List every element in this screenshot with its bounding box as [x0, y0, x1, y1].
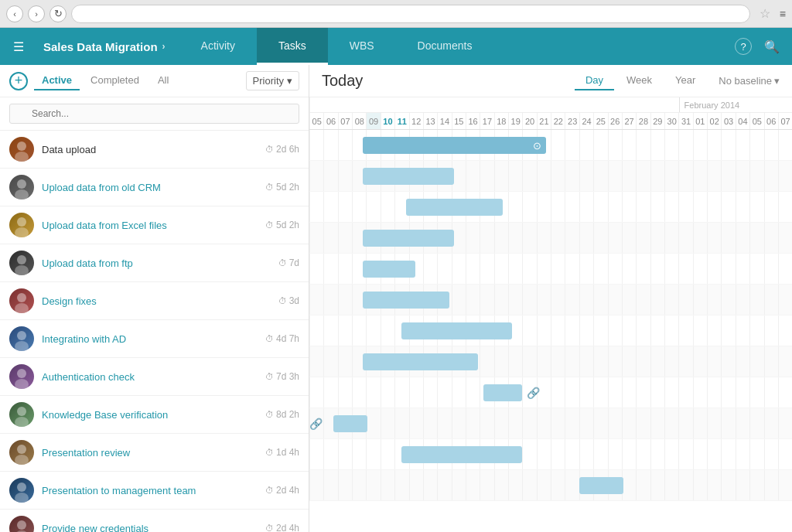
baseline-chevron-icon: ▾	[774, 75, 780, 87]
gantt-bar[interactable]: ⊙	[363, 137, 546, 154]
gantt-bar[interactable]	[483, 384, 522, 401]
project-title: Sales Data Migration ›	[37, 40, 172, 53]
date-cell: 19	[508, 113, 522, 129]
main-area: + Active Completed All Priority ▾ 🔍	[0, 65, 792, 532]
avatar	[9, 175, 34, 200]
gantt-bar[interactable]	[333, 415, 367, 432]
avatar	[9, 478, 34, 503]
task-item[interactable]: Upload data from ftp⏱ 7d	[0, 244, 309, 282]
svg-point-19	[15, 493, 29, 503]
gantt-bar[interactable]	[401, 446, 522, 463]
svg-point-8	[17, 293, 26, 302]
gantt-bar[interactable]	[363, 168, 455, 185]
month-label-feb: February 2014	[679, 97, 792, 112]
svg-point-16	[17, 445, 26, 454]
tab-wbs[interactable]: WBS	[328, 28, 396, 65]
task-item[interactable]: Provide new credentials⏱ 2d 4h	[0, 510, 309, 532]
view-tab-year[interactable]: Year	[664, 71, 706, 90]
gantt-bar[interactable]	[579, 477, 623, 494]
task-item[interactable]: Presentation to management team⏱ 2d 4h	[0, 472, 309, 510]
clock-icon: ⏱	[265, 145, 274, 154]
link-icon: 🔗	[309, 418, 323, 430]
avatar	[9, 213, 34, 237]
date-cell: 30	[664, 113, 678, 129]
gantt-bar[interactable]	[406, 199, 503, 216]
gantt-bar[interactable]	[363, 292, 449, 309]
back-button[interactable]: ‹	[6, 5, 23, 22]
baseline-button[interactable]: No baseline ▾	[719, 75, 780, 87]
project-chevron-icon: ›	[162, 41, 166, 52]
priority-button[interactable]: Priority ▾	[246, 71, 299, 90]
date-cell: 14	[437, 113, 451, 129]
gantt-bar[interactable]	[363, 230, 455, 247]
task-duration: ⏱ 3d	[278, 295, 299, 306]
task-item[interactable]: Upload data from Excel files⏱ 5d 2h	[0, 206, 309, 244]
date-cell: 07	[338, 113, 352, 129]
task-name: Upload data from Excel files	[42, 220, 258, 231]
filter-bar: + Active Completed All Priority ▾	[0, 65, 309, 97]
view-tab-day[interactable]: Day	[575, 71, 614, 90]
date-cell: 10	[381, 113, 394, 129]
top-navigation: ☰ Sales Data Migration › Activity Tasks …	[0, 28, 792, 65]
gantt-row	[309, 346, 792, 377]
svg-point-9	[15, 303, 29, 313]
clock-icon: ⏱	[265, 448, 274, 457]
task-duration: ⏱ 2d 6h	[265, 144, 299, 155]
task-name: Provide new credentials	[42, 523, 258, 533]
hamburger-button[interactable]: ☰	[0, 28, 37, 65]
task-duration: ⏱ 7d 3h	[265, 371, 299, 382]
gantt-bar[interactable]	[363, 261, 416, 278]
bookmark-icon[interactable]: ☆	[760, 6, 770, 21]
task-item[interactable]: Data upload⏱ 2d 6h	[0, 131, 309, 169]
search-input[interactable]	[9, 104, 299, 124]
task-item[interactable]: Integratino with AD⏱ 4d 7h	[0, 320, 309, 358]
date-cell: 01	[693, 113, 707, 129]
browser-menu-icon[interactable]: ≡	[780, 8, 786, 20]
browser-chrome: ‹ › ↻ ☆ ≡	[0, 0, 792, 28]
view-tabs: Day Week Year	[575, 71, 706, 90]
gantt-row	[309, 192, 792, 223]
task-name: Design fixes	[42, 295, 271, 307]
date-cell: 18	[494, 113, 508, 129]
task-item[interactable]: Knowledge Base verification⏱ 8d 2h	[0, 396, 309, 434]
date-cell: 13	[423, 113, 437, 129]
gantt-date-row: 0506070809101112131415161718192021222324…	[309, 113, 792, 130]
svg-point-11	[15, 341, 29, 351]
forward-button[interactable]: ›	[28, 5, 45, 22]
task-name: Data upload	[42, 144, 258, 155]
task-name: Upload data from old CRM	[42, 182, 258, 193]
view-tab-week[interactable]: Week	[616, 71, 663, 90]
gantt-bar[interactable]	[363, 353, 479, 370]
tab-activity[interactable]: Activity	[179, 28, 257, 65]
tab-documents[interactable]: Documents	[396, 28, 494, 65]
filter-tab-all[interactable]: All	[150, 71, 176, 90]
task-item[interactable]: Design fixes⏱ 3d	[0, 282, 309, 320]
date-cell: 08	[352, 113, 366, 129]
svg-point-18	[17, 483, 26, 492]
hamburger-icon: ☰	[13, 39, 24, 54]
nav-tabs: Activity Tasks WBS Documents	[179, 28, 494, 65]
avatar	[9, 251, 34, 275]
filter-tab-active[interactable]: Active	[34, 71, 80, 90]
svg-point-17	[15, 455, 29, 465]
gantt-body: ⊙🔗🔗	[309, 130, 792, 532]
search-nav-icon[interactable]: 🔍	[764, 39, 780, 54]
svg-point-15	[15, 417, 29, 427]
task-list: Data upload⏱ 2d 6h Upload data from old …	[0, 131, 309, 532]
task-item[interactable]: Upload data from old CRM⏱ 5d 2h	[0, 169, 309, 206]
filter-tab-completed[interactable]: Completed	[83, 71, 147, 90]
add-task-button[interactable]: +	[9, 72, 28, 90]
refresh-button[interactable]: ↻	[50, 5, 67, 22]
gantt-row	[309, 439, 792, 470]
date-cell: 29	[650, 113, 664, 129]
tab-tasks[interactable]: Tasks	[257, 28, 328, 65]
task-item[interactable]: Presentation review⏱ 1d 4h	[0, 434, 309, 472]
date-cell: 21	[537, 113, 551, 129]
avatar	[9, 364, 34, 389]
help-icon[interactable]: ?	[735, 38, 752, 55]
task-item[interactable]: Authentication check⏱ 7d 3h	[0, 358, 309, 396]
url-bar[interactable]	[71, 5, 750, 23]
gantt-bar[interactable]	[401, 322, 513, 339]
date-cell: 07	[778, 113, 792, 129]
avatar	[9, 137, 34, 162]
